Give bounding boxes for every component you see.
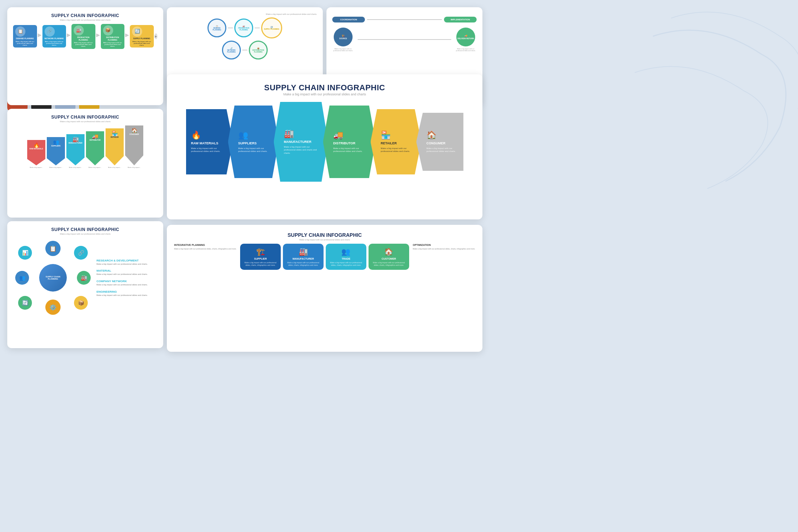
circle-label-network: NETWORK PLANNING	[225, 49, 238, 53]
hub-node-0: 📋	[45, 241, 61, 256]
tr-col-source: 🏗️ SOURCE Make a big impact with our pro…	[332, 28, 354, 51]
ml-label-suppliers: SUPPLIERS	[51, 145, 61, 147]
main-text-manufacturer: Make a big impact with our professional …	[284, 145, 317, 154]
source-label: SOURCE	[339, 37, 347, 40]
demand-text: Make a big impact with our professional …	[15, 41, 35, 46]
bm-icon-trade: 👥	[341, 247, 350, 256]
ml-icon-retailer: 🏪	[112, 131, 118, 136]
bl-content: SUPPLY CHAIN PLANNING 📋 🔗 🏭 📦 ⚙️ 🔄 👥 📊 R…	[13, 238, 157, 318]
hub-node-1: 🔗	[74, 246, 88, 260]
ml-icon-raw: 🔥	[33, 142, 40, 148]
network-text: Make a big impact with our professional …	[45, 41, 64, 46]
main-arrow-retailer: 🏪 RETAILER Make a big impact with our pr…	[371, 109, 421, 174]
main-label-manufacturer: MANUFACTURER	[284, 140, 312, 144]
supply-label: SUPPLY PLANNING	[132, 37, 152, 40]
circle-shape-production: 🏭 PRODUCTION PLANNING	[234, 18, 253, 37]
chain-box-distribution: 📦 DISTRIBUTION PLANNING Make a big impac…	[101, 24, 125, 49]
bl-text-engineering: Make a big impact with our professional …	[96, 294, 157, 297]
bm-boxes: 🏗️ SUPPLIER Make a big impact with our p…	[240, 244, 409, 270]
ml-icon-manufacturer: 🏭	[73, 136, 79, 142]
circle-shape-supply: 🔄 SUPPLY PLANNING	[261, 17, 282, 38]
ml-text-raw: Make a big impact...	[30, 166, 43, 168]
ml-icon-suppliers: 👥	[53, 139, 59, 145]
next-nav-button[interactable]: ▶	[155, 33, 158, 39]
bm-icon-manufacturer: 🏭	[299, 247, 308, 256]
bl-text-material: Make a big impact with our professional …	[96, 273, 157, 276]
ml-text-consumer: Make a big impact...	[128, 166, 141, 168]
tr-line-2	[358, 39, 451, 40]
circle-demand: 📋 DEMAND PLANNING	[207, 18, 226, 37]
hub-node-2: 🏭	[77, 271, 91, 285]
tr-circle-source: 🏗️ SOURCE	[334, 28, 353, 46]
main-arrow-consumer: 🏠 CONSUMER Make a big impact with our pr…	[416, 113, 464, 171]
arrow-connector-2: ▶	[67, 32, 71, 38]
main-text-consumer: Make a big impact with our professional …	[427, 147, 458, 153]
hub-node-3: 📦	[74, 296, 88, 310]
ml-text-manufacturer: Make a big impact...	[69, 166, 82, 168]
bl-label-material: MATERIAL	[96, 269, 157, 272]
bm-label-customer: CUSTOMER	[382, 257, 396, 260]
ml-item-manufacturer: 🏭 MANUFACTURER Make a big impact...	[66, 134, 85, 168]
distribution-label: DISTRIBUTION PLANNING	[103, 36, 123, 41]
ml-label-retailer: RETAILER	[111, 136, 119, 138]
production-label: PRODUCTION PLANNING	[74, 36, 93, 41]
bm-icon-customer: 🏠	[384, 247, 393, 256]
main-text-retailer: Make a big impact with our professional …	[381, 147, 411, 153]
background-waves	[580, 0, 798, 218]
bm-left: INTEGRATIVE PLANNING Make a big impact w…	[174, 244, 236, 250]
circle-chain-tm: 📋 DEMAND PLANNING 🏭 PRODUCTION PLANNING …	[173, 17, 317, 38]
supply-icon: 🔄	[132, 26, 142, 37]
hub-center-text: SUPPLY CHAIN PLANNING	[41, 276, 65, 280]
circle-label-demand: DEMAND PLANNING	[210, 27, 224, 31]
ml-item-raw: 🔥 RAW MATERIALS Make a big impact...	[27, 140, 45, 168]
distribution-icon: 📦	[103, 25, 113, 36]
chain-item-network: 🔗 NETWORK PLANNING Make a big impact wit…	[42, 25, 66, 48]
main-arrow-distributor: 🚚 DISTRIBUTOR Make a big impact with our…	[323, 106, 376, 178]
main-icon-suppliers: 👥	[238, 131, 248, 140]
hub-center: SUPPLY CHAIN PLANNING	[39, 264, 67, 292]
chain-box-network: 🔗 NETWORK PLANNING Make a big impact wit…	[42, 25, 66, 48]
bm-box-manufacturer: 🏭 MANUFACTURER Make a big impact with ou…	[283, 244, 324, 270]
card-tm-subtitle: Make a big impact with our professional …	[173, 13, 317, 15]
main-icon-distributor: 🚚	[333, 131, 343, 140]
bm-left-text: Make a big impact with our professional …	[174, 248, 236, 250]
main-label-consumer: CONSUMER	[427, 141, 446, 145]
bl-label-network: COMPANY NETWORK	[96, 280, 157, 283]
bl-item-research: RESEARCH & DEVELOPMENT Make a big impact…	[96, 259, 157, 266]
arrow-chain-tl: 📋 DEMAND PLANNING Make a big impact with…	[13, 24, 157, 49]
bl-text-network: Make a big impact with our professional …	[96, 284, 157, 286]
bm-right: OPTIMIZATION Make a big impact with our …	[413, 244, 475, 250]
main-arrow-manufacturer: 🏭 MANUFACTURER Make a big impact with ou…	[274, 102, 328, 182]
circle-connector-3	[242, 50, 247, 50]
ml-label-raw: RAW MATERIALS	[29, 148, 43, 150]
tr-row-source: 🏗️ SOURCE Make a big impact with our pro…	[332, 28, 477, 51]
main-label-distributor: DISTRIBUTOR	[333, 141, 355, 145]
demand-icon: 📋	[15, 26, 25, 37]
main-icon-manufacturer: 🏭	[284, 129, 294, 139]
hub-layout: SUPPLY CHAIN PLANNING 📋 🔗 🏭 📦 ⚙️ 🔄 👥 📊	[13, 238, 93, 318]
circle-shape-demand: 📋 DEMAND PLANNING	[207, 18, 226, 37]
chain-box-production: 🏭 PRODUCTION PLANNING Make a big impact …	[71, 24, 95, 49]
tr-circle-deliver: 🚚 DELIVER/ RETURN	[456, 28, 475, 46]
tr-col-deliver: 🚚 DELIVER/ RETURN Make a big impact with…	[455, 28, 477, 51]
main-subtitle: Make a big impact with our professional …	[176, 92, 474, 96]
network-label: NETWORK PLANNING	[45, 37, 64, 40]
main-label-retailer: RETAILER	[381, 141, 397, 145]
circle-shape-distribution: 📦 DISTRIBUTION PLANNING	[249, 41, 268, 59]
ml-text-retailer: Make a big impact...	[108, 166, 121, 168]
bm-label-trade: TRADE	[342, 257, 350, 260]
ml-icon-consumer: 🏠	[131, 128, 137, 133]
bm-text-trade: Make a big impact with our professional …	[329, 261, 363, 266]
main-label-raw: RAW MATERIALS	[191, 141, 218, 145]
main-arrow-raw: 🔥 RAW MATERIALS Make a big impact with o…	[186, 109, 233, 174]
network-icon: 🔗	[45, 26, 55, 37]
ml-text-suppliers: Make a big impact...	[49, 166, 62, 168]
main-text-raw: Make a big impact with our professional …	[191, 147, 222, 153]
main-item-consumer: 🏠 CONSUMER Make a big impact with our pr…	[416, 113, 464, 171]
main-label-suppliers: SUPPLIERS	[238, 141, 257, 145]
circle-label-distribution: DISTRIBUTION PLANNING	[251, 49, 265, 53]
main-text-distributor: Make a big impact with our professional …	[333, 147, 365, 153]
source-icon: 🏗️	[342, 34, 345, 37]
bm-label-manufacturer: MANUFACTURER	[292, 257, 314, 260]
ml-arrow-suppliers: 👥 SUPPLIERS	[47, 137, 65, 165]
